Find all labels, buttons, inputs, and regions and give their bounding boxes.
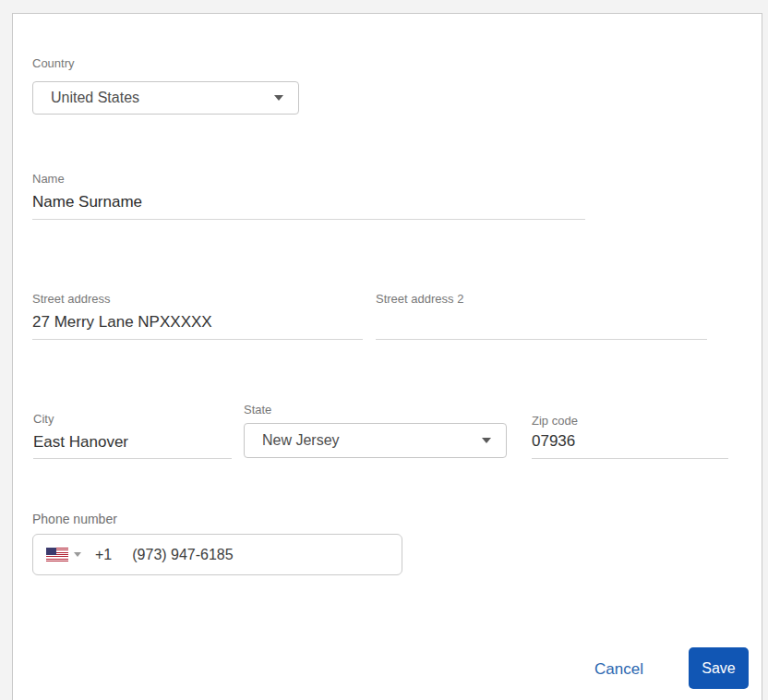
state-label: State — [244, 403, 271, 417]
phone-number-label: Phone number — [32, 512, 117, 526]
street-address-2-label: Street address 2 — [376, 292, 463, 307]
city-input[interactable]: East Hanover — [33, 433, 232, 459]
street-address-label: Street address — [32, 292, 111, 307]
address-form-card: Country United States Name Name Surname … — [12, 13, 762, 700]
state-value: New Jersey — [245, 432, 482, 449]
phone-number-input[interactable]: +1 (973) 947-6185 — [32, 534, 402, 575]
name-value: Name Surname — [32, 193, 585, 211]
street-address-value: 27 Merry Lane NPXXXXX — [32, 313, 363, 332]
chevron-down-icon[interactable] — [74, 552, 81, 557]
chevron-down-icon — [482, 438, 491, 443]
state-select[interactable]: New Jersey — [244, 423, 507, 458]
name-label: Name — [32, 172, 65, 187]
city-value: East Hanover — [33, 433, 232, 452]
street-address-2-value — [376, 313, 707, 332]
street-address-input[interactable]: 27 Merry Lane NPXXXXX — [32, 313, 363, 340]
dial-code: +1 — [95, 547, 112, 563]
save-button[interactable]: Save — [689, 647, 749, 689]
country-value: United States — [33, 90, 274, 106]
city-label: City — [33, 412, 54, 427]
cancel-button[interactable]: Cancel — [594, 658, 643, 681]
chevron-down-icon — [274, 95, 283, 101]
zip-code-value: 07936 — [532, 432, 728, 451]
zip-code-label: Zip code — [532, 414, 578, 428]
name-input[interactable]: Name Surname — [32, 193, 585, 220]
street-address-2-input[interactable] — [376, 313, 707, 340]
country-select[interactable]: United States — [32, 81, 299, 115]
us-flag-icon — [46, 548, 68, 561]
country-label: Country — [32, 56, 75, 71]
phone-number-value: (973) 947-6185 — [132, 547, 233, 563]
zip-code-input[interactable]: 07936 — [532, 432, 728, 459]
